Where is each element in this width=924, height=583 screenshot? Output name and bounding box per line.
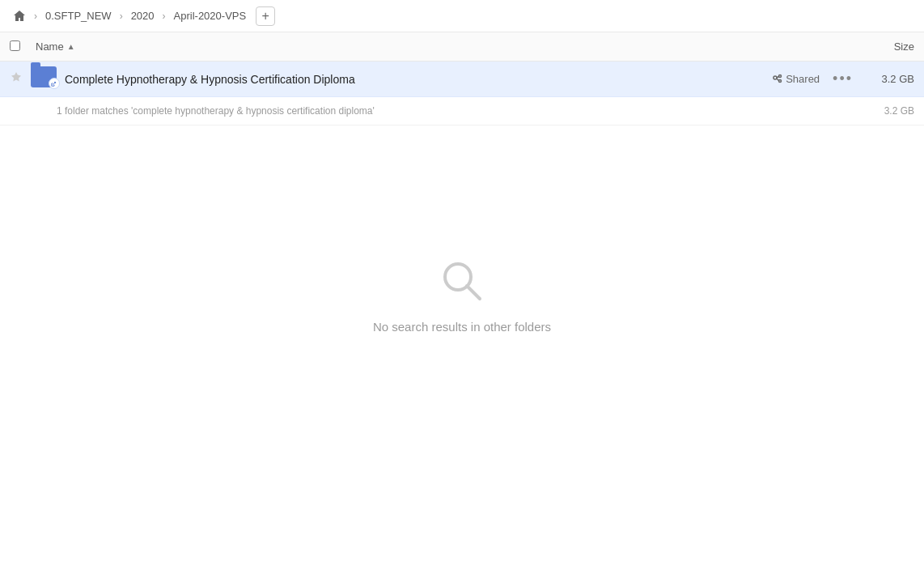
file-list-row[interactable]: Complete Hypnotherapy & Hypnosis Certifi…	[0, 62, 924, 97]
breadcrumb-separator-3: ›	[163, 11, 166, 22]
folder-icon	[31, 66, 57, 92]
svg-point-0	[774, 76, 777, 79]
shared-badge: Shared	[771, 73, 820, 85]
name-column-header[interactable]: Name ▲	[36, 40, 850, 53]
svg-line-6	[467, 286, 480, 299]
home-breadcrumb[interactable]	[10, 6, 29, 26]
folder-name: Complete Hypnotherapy & Hypnosis Certifi…	[65, 73, 771, 86]
svg-point-1	[779, 74, 782, 77]
summary-row: 1 folder matches 'complete hypnotherapy …	[0, 97, 924, 126]
empty-message: No search results in other folders	[373, 320, 551, 334]
star-icon[interactable]	[10, 71, 26, 87]
breadcrumb-item-2020[interactable]: 2020	[128, 8, 158, 23]
link-badge	[49, 78, 60, 89]
more-options-button[interactable]: •••	[833, 70, 853, 87]
column-header: Name ▲ Size	[0, 32, 924, 62]
size-column-header[interactable]: Size	[850, 40, 914, 53]
file-size: 3.2 GB	[866, 73, 914, 85]
empty-search-icon	[436, 255, 488, 307]
breadcrumb-separator-2: ›	[120, 11, 123, 22]
svg-line-4	[777, 79, 779, 81]
breadcrumb-item-april[interactable]: April-2020-VPS	[171, 8, 250, 23]
shared-label: Shared	[786, 73, 820, 85]
summary-size: 3.2 GB	[884, 105, 914, 117]
summary-text: 1 folder matches 'complete hypnotherapy …	[57, 105, 375, 117]
breadcrumb-bar: › 0.SFTP_NEW › 2020 › April-2020-VPS +	[0, 0, 924, 32]
select-all-checkbox[interactable]	[10, 40, 29, 53]
sort-arrow-icon: ▲	[67, 42, 75, 51]
add-breadcrumb-button[interactable]: +	[256, 6, 275, 26]
breadcrumb-separator-1: ›	[34, 11, 37, 22]
empty-state: No search results in other folders	[0, 190, 924, 398]
breadcrumb-item-sftp[interactable]: 0.SFTP_NEW	[42, 8, 115, 23]
